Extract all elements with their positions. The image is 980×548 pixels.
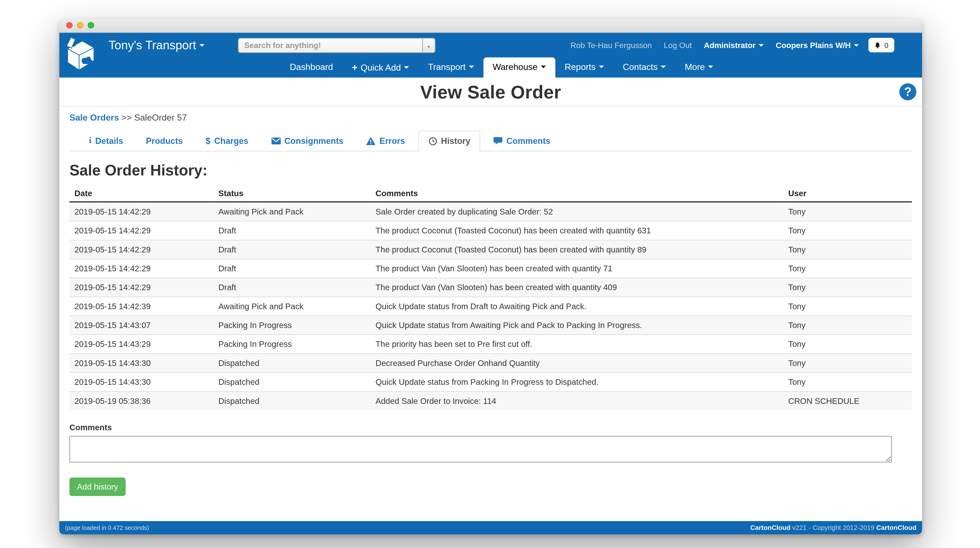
breadcrumb: Sale Orders >> SaleOrder 57 (70, 112, 912, 122)
column-header-status: Status (213, 186, 371, 202)
nav-contacts[interactable]: Contacts (613, 57, 675, 76)
nav-label: Reports (565, 62, 595, 72)
footer-brand: CartonCloud (877, 524, 916, 531)
user-name-link[interactable]: Rob Te-Hau Fergusson (570, 41, 652, 50)
tab-charges[interactable]: Charges (196, 131, 258, 151)
app-header: Tony's Transport Rob Te-Hau Fergusson Lo… (59, 33, 922, 78)
history-status: Draft (213, 278, 371, 297)
history-comments: Added Sale Order to Invoice: 114 (371, 391, 783, 410)
nav-more[interactable]: More (675, 57, 722, 76)
clock-icon (428, 137, 438, 146)
warehouse-dropdown[interactable]: Coopers Plains W/H (776, 41, 859, 50)
history-user: CRON SCHEDULE (783, 391, 912, 410)
history-date: 2019-05-15 14:42:39 (70, 297, 213, 316)
table-row: 2019-05-15 14:42:29 Draft The product Va… (70, 278, 912, 297)
tab-details[interactable]: Details (80, 131, 133, 151)
history-status: Dispatched (213, 354, 371, 373)
search-input[interactable] (238, 38, 422, 53)
help-icon[interactable] (899, 83, 916, 100)
caret-down-icon (404, 66, 409, 68)
warning-icon (366, 137, 376, 145)
table-row: 2019-05-15 14:43:30 Dispatched Decreased… (70, 354, 912, 373)
tenant-dropdown[interactable]: Tony's Transport (108, 38, 204, 52)
bell-icon (874, 41, 881, 49)
close-window-button[interactable] (66, 22, 73, 29)
history-status: Dispatched (213, 391, 371, 410)
minimize-window-button[interactable] (77, 22, 83, 29)
tab-consignments[interactable]: Consignments (261, 131, 353, 151)
nav-quick-add[interactable]: Quick Add (342, 57, 418, 77)
caret-down-icon (199, 44, 204, 47)
table-row: 2019-05-15 14:42:29 Awaiting Pick and Pa… (70, 202, 912, 221)
logout-link[interactable]: Log Out (664, 41, 692, 50)
browser-window: Tony's Transport Rob Te-Hau Fergusson Lo… (59, 19, 922, 534)
comment-icon (494, 137, 503, 145)
caret-down-icon (854, 44, 859, 47)
role-dropdown[interactable]: Administrator (704, 41, 764, 50)
plus-icon (352, 62, 361, 73)
search-dropdown-button[interactable] (422, 38, 435, 53)
page-load-time: (page loaded in 0.472 seconds) (65, 524, 149, 531)
nav-label: Contacts (623, 62, 657, 72)
info-icon (89, 136, 91, 146)
history-comments: Sale Order created by duplicating Sale O… (371, 202, 783, 221)
envelope-icon (271, 138, 281, 145)
table-row: 2019-05-19 05:38:36 Dispatched Added Sal… (70, 391, 912, 410)
table-row: 2019-05-15 14:43:07 Packing In Progress … (70, 316, 912, 335)
tab-label: Consignments (284, 137, 344, 146)
add-history-button[interactable]: Add history (70, 478, 126, 496)
comments-textarea[interactable] (70, 436, 892, 462)
history-table: Date Status Comments User 2019-05-15 14:… (70, 186, 912, 410)
tab-history[interactable]: History (418, 131, 480, 151)
zoom-window-button[interactable] (88, 22, 94, 29)
tab-label: Charges (214, 136, 248, 145)
page-header: View Sale Order (59, 78, 922, 107)
history-status: Dispatched (213, 373, 371, 391)
history-date: 2019-05-15 14:42:29 (70, 259, 213, 278)
global-search (238, 38, 436, 53)
history-status: Packing In Progress (213, 335, 371, 353)
caret-down-icon (759, 44, 764, 47)
caret-down-icon (426, 41, 431, 50)
history-comments: Quick Update status from Awaiting Pick a… (371, 316, 783, 335)
footer-copyright: CartonCloud v221 - Copyright 2012-2019 C… (750, 521, 916, 534)
nav-warehouse[interactable]: Warehouse (483, 57, 555, 81)
history-comments: The product Coconut (Toasted Coconut) ha… (371, 221, 783, 240)
column-header-user: User (783, 186, 912, 202)
tab-label: History (441, 137, 471, 146)
comments-field-label: Comments (70, 423, 912, 432)
table-row: 2019-05-15 14:43:29 Packing In Progress … (70, 335, 912, 353)
history-status: Awaiting Pick and Pack (213, 297, 371, 316)
history-user: Tony (783, 354, 912, 373)
nav-dashboard[interactable]: Dashboard (280, 57, 342, 76)
tab-label: Products (146, 137, 183, 146)
nav-reports[interactable]: Reports (555, 57, 613, 76)
history-user: Tony (783, 373, 912, 391)
history-comments: The priority has been set to Pre first c… (371, 335, 783, 353)
notifications-button[interactable]: 0 (868, 38, 894, 52)
page-title: View Sale Order (59, 78, 922, 107)
section-title: Sale Order History: (70, 162, 912, 179)
warehouse-label: Coopers Plains W/H (776, 41, 851, 50)
history-date: 2019-05-15 14:42:29 (70, 202, 213, 221)
history-comments: Decreased Purchase Order Onhand Quantity (371, 354, 783, 373)
breadcrumb-sale-orders-link[interactable]: Sale Orders (70, 112, 119, 122)
history-date: 2019-05-15 14:43:30 (70, 373, 213, 391)
history-user: Tony (783, 240, 912, 259)
user-menu: Rob Te-Hau Fergusson Log Out Administrat… (570, 41, 859, 50)
nav-transport[interactable]: Transport (418, 57, 483, 76)
table-row: 2019-05-15 14:43:30 Dispatched Quick Upd… (70, 373, 912, 391)
tab-products[interactable]: Products (137, 131, 192, 151)
tab-comments[interactable]: Comments (484, 131, 560, 151)
tab-errors[interactable]: Errors (357, 131, 414, 151)
history-status: Awaiting Pick and Pack (213, 202, 371, 221)
caret-down-icon (661, 66, 666, 68)
nav-label: Dashboard (290, 62, 333, 72)
nav-label: Transport (428, 62, 466, 72)
table-row: 2019-05-15 14:42:39 Awaiting Pick and Pa… (70, 297, 912, 316)
page-content: Sale Orders >> SaleOrder 57 Details Prod… (59, 112, 922, 496)
column-header-comments: Comments (371, 186, 783, 202)
desktop: Tony's Transport Rob Te-Hau Fergusson Lo… (0, 0, 980, 548)
tab-label: Comments (506, 137, 550, 146)
history-date: 2019-05-15 14:43:07 (70, 316, 213, 335)
